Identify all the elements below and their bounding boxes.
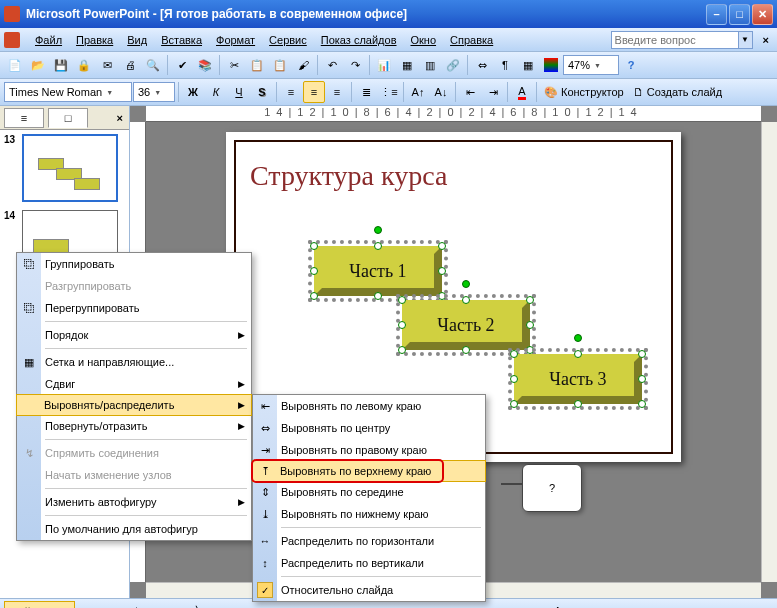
outline-tab[interactable]: ≡ xyxy=(4,108,44,128)
rotate-handle[interactable] xyxy=(574,334,582,342)
slide-title[interactable]: Структура курса xyxy=(250,160,447,192)
pane-close-button[interactable]: × xyxy=(111,110,129,126)
copy-button[interactable]: 📋 xyxy=(246,54,268,76)
sm-align-middle[interactable]: ⇕Выровнять по середине xyxy=(253,481,485,503)
rotate-handle[interactable] xyxy=(462,280,470,288)
menu-format[interactable]: Формат xyxy=(209,32,262,48)
font-color-draw-button[interactable]: A xyxy=(547,601,569,608)
align-left-button[interactable]: ≡ xyxy=(280,81,302,103)
numbering-button[interactable]: ≣ xyxy=(355,81,377,103)
arrow-button[interactable]: ↘ xyxy=(213,601,235,608)
shape-part2[interactable]: Часть 2 xyxy=(402,300,530,350)
3d-style-button[interactable]: ◧ xyxy=(667,601,689,608)
research-button[interactable]: 📚 xyxy=(194,54,216,76)
print-button[interactable]: 🖨 xyxy=(119,54,141,76)
dash-style-button[interactable]: ┄ xyxy=(595,601,617,608)
arrow-style-button[interactable]: ⇄ xyxy=(619,601,641,608)
autoshapes-button[interactable]: Автофигуры▼ xyxy=(101,601,187,608)
menu-slideshow[interactable]: Показ слайдов xyxy=(314,32,404,48)
sm-align-bottom[interactable]: ⤓Выровнять по нижнему краю xyxy=(253,503,485,525)
menu-window[interactable]: Окно xyxy=(404,32,444,48)
open-button[interactable]: 📂 xyxy=(27,54,49,76)
rectangle-button[interactable]: ▭ xyxy=(237,601,259,608)
zoom-select[interactable]: 47%▼ xyxy=(563,55,619,75)
increase-indent-button[interactable]: ⇥ xyxy=(482,81,504,103)
bold-button[interactable]: Ж xyxy=(182,81,204,103)
help-button[interactable]: ? xyxy=(620,54,642,76)
menu-service[interactable]: Сервис xyxy=(262,32,314,48)
bullets-button[interactable]: ⋮≡ xyxy=(378,81,400,103)
sm-align-center-h[interactable]: ⇔Выровнять по центру xyxy=(253,417,485,439)
sm-align-left[interactable]: ⇤Выровнять по левому краю xyxy=(253,395,485,417)
decrease-font-button[interactable]: A↓ xyxy=(430,81,452,103)
cm-change-shape[interactable]: Изменить автофигуру▶ xyxy=(17,491,251,513)
sm-align-top[interactable]: ⤒Выровнять по верхнему краю xyxy=(252,460,486,482)
menu-insert[interactable]: Вставка xyxy=(154,32,209,48)
undo-button[interactable]: ↶ xyxy=(321,54,343,76)
sm-align-right[interactable]: ⇥Выровнять по правому краю xyxy=(253,439,485,461)
line-style-button[interactable]: ≡ xyxy=(571,601,593,608)
expand-all-button[interactable]: ⇔ xyxy=(471,54,493,76)
maximize-button[interactable]: □ xyxy=(729,4,750,25)
permission-button[interactable]: 🔒 xyxy=(73,54,95,76)
rotate-handle[interactable] xyxy=(374,226,382,234)
email-button[interactable]: ✉ xyxy=(96,54,118,76)
vertical-scrollbar[interactable] xyxy=(761,122,777,582)
new-button[interactable]: 📄 xyxy=(4,54,26,76)
menu-help[interactable]: Справка xyxy=(443,32,500,48)
menu-file[interactable]: Файл xyxy=(28,32,69,48)
increase-font-button[interactable]: A↑ xyxy=(407,81,429,103)
line-button[interactable]: ╲ xyxy=(189,601,211,608)
shape-part1[interactable]: Часть 1 xyxy=(314,246,442,296)
shadow-style-button[interactable]: ◼ xyxy=(643,601,665,608)
table-button[interactable]: ▦ xyxy=(396,54,418,76)
minimize-button[interactable]: – xyxy=(706,4,727,25)
hyperlink-button[interactable]: 🔗 xyxy=(442,54,464,76)
format-painter-button[interactable]: 🖌 xyxy=(292,54,314,76)
help-search-input[interactable] xyxy=(611,31,739,49)
cm-align[interactable]: Выровнять/распределить▶ xyxy=(16,394,252,416)
italic-button[interactable]: К xyxy=(205,81,227,103)
sm-distribute-v[interactable]: ↕Распределить по вертикали xyxy=(253,552,485,574)
sm-relative-slide[interactable]: ✓Относительно слайда xyxy=(253,579,485,601)
select-objects-button[interactable]: ↖ xyxy=(77,601,99,608)
cm-order[interactable]: Порядок▶ xyxy=(17,324,251,346)
menu-view[interactable]: Вид xyxy=(120,32,154,48)
chart-button[interactable]: 📊 xyxy=(373,54,395,76)
color-button[interactable] xyxy=(540,54,562,76)
cm-group[interactable]: ⿻Группировать xyxy=(17,253,251,275)
spelling-button[interactable]: ✔ xyxy=(171,54,193,76)
cm-rotate[interactable]: Повернуть/отразить▶ xyxy=(17,415,251,437)
align-center-button[interactable]: ≡ xyxy=(303,81,325,103)
actions-menu-button[interactable]: Действия▼ xyxy=(4,601,75,608)
shadow-button[interactable]: S xyxy=(251,81,273,103)
close-button[interactable]: ✕ xyxy=(752,4,773,25)
font-select[interactable]: Times New Roman▼ xyxy=(4,82,132,102)
redo-button[interactable]: ↷ xyxy=(344,54,366,76)
cm-nudge[interactable]: Сдвиг▶ xyxy=(17,373,251,395)
underline-button[interactable]: Ч xyxy=(228,81,250,103)
save-button[interactable]: 💾 xyxy=(50,54,72,76)
slides-tab[interactable]: □ xyxy=(48,108,88,128)
align-right-button[interactable]: ≡ xyxy=(326,81,348,103)
cut-button[interactable]: ✂ xyxy=(223,54,245,76)
new-slide-button[interactable]: 🗋Создать слайд xyxy=(629,86,726,98)
font-color-button[interactable]: A xyxy=(511,81,533,103)
menu-edit[interactable]: Правка xyxy=(69,32,120,48)
preview-button[interactable]: 🔍 xyxy=(142,54,164,76)
mdi-close-button[interactable]: × xyxy=(759,34,773,46)
tables-borders-button[interactable]: ▥ xyxy=(419,54,441,76)
font-size-select[interactable]: 36▼ xyxy=(133,82,175,102)
cm-regroup[interactable]: ⿻Перегруппировать xyxy=(17,297,251,319)
cm-defaults[interactable]: По умолчанию для автофигур xyxy=(17,518,251,540)
shape-part3[interactable]: Часть 3 xyxy=(514,354,642,404)
designer-button[interactable]: 🎨Конструктор xyxy=(540,86,628,99)
grid-button[interactable]: ▦ xyxy=(517,54,539,76)
sm-distribute-h[interactable]: ↔Распределить по горизонтали xyxy=(253,530,485,552)
help-search-dropdown[interactable]: ▼ xyxy=(739,31,753,49)
slide-thumbnail-13[interactable] xyxy=(22,134,118,202)
cm-grid[interactable]: ▦Сетка и направляющие... xyxy=(17,351,251,373)
show-formatting-button[interactable]: ¶ xyxy=(494,54,516,76)
paste-button[interactable]: 📋 xyxy=(269,54,291,76)
decrease-indent-button[interactable]: ⇤ xyxy=(459,81,481,103)
